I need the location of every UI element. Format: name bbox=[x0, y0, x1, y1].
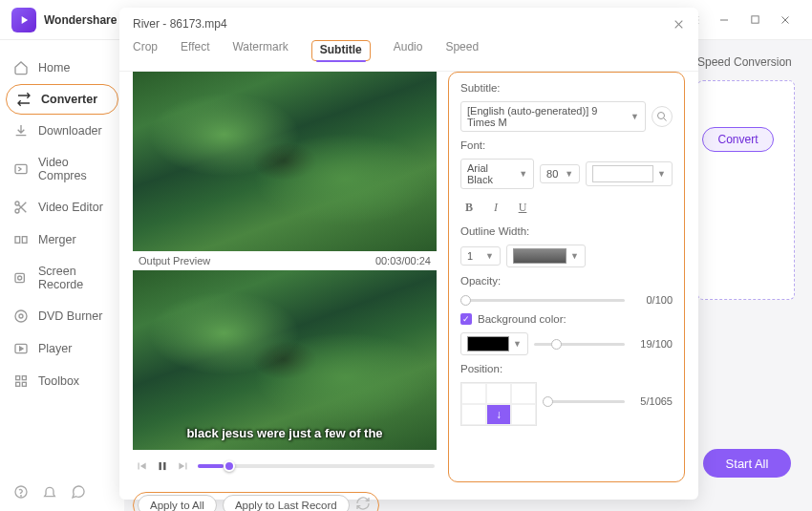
outline-color-select[interactable]: ▼ bbox=[506, 245, 586, 267]
svg-rect-14 bbox=[15, 273, 24, 282]
app-logo bbox=[11, 8, 36, 32]
svg-point-8 bbox=[15, 202, 19, 205]
sidebar-item-compressor[interactable]: Video Compres bbox=[0, 147, 124, 191]
speed-conversion-label: Speed Conversion bbox=[697, 55, 792, 69]
prev-button[interactable] bbox=[135, 459, 148, 473]
pause-button[interactable] bbox=[156, 459, 169, 473]
opacity-slider[interactable] bbox=[460, 299, 625, 302]
search-subtitle-button[interactable] bbox=[652, 106, 673, 127]
svg-rect-27 bbox=[160, 462, 161, 470]
tab-effect[interactable]: Effect bbox=[181, 40, 209, 61]
underline-button[interactable]: U bbox=[514, 199, 531, 216]
sidebar-item-label: Downloader bbox=[38, 124, 102, 138]
sidebar-item-editor[interactable]: Video Editor bbox=[0, 191, 124, 224]
svg-line-30 bbox=[664, 118, 667, 121]
preview-column: Output Preview 00:03/00:24 black jesus w… bbox=[133, 72, 437, 482]
sidebar-item-label: DVD Burner bbox=[38, 309, 102, 323]
svg-point-15 bbox=[18, 276, 22, 280]
apply-to-all-button[interactable]: Apply to All bbox=[138, 495, 217, 511]
sidebar-item-downloader[interactable]: Downloader bbox=[0, 115, 124, 147]
sidebar-item-label: Player bbox=[38, 342, 72, 355]
timecode: 00:03/00:24 bbox=[375, 255, 431, 266]
maximize-button[interactable] bbox=[739, 5, 770, 35]
sidebar-item-recorder[interactable]: Screen Recorde bbox=[0, 256, 124, 300]
sidebar-item-merger[interactable]: Merger bbox=[0, 224, 124, 256]
svg-point-16 bbox=[15, 310, 27, 322]
tab-subtitle[interactable]: Subtitle bbox=[311, 40, 371, 61]
chat-icon[interactable] bbox=[71, 484, 86, 500]
home-icon bbox=[13, 60, 29, 75]
svg-rect-19 bbox=[16, 376, 20, 380]
dialog-close-button[interactable] bbox=[673, 18, 685, 31]
bgcolor-select[interactable]: ▼ bbox=[460, 332, 528, 355]
svg-rect-21 bbox=[16, 382, 20, 386]
seek-bar[interactable] bbox=[198, 464, 435, 468]
output-preview: black jesus were just a few of the bbox=[133, 270, 437, 450]
preview-label: Output Preview bbox=[139, 255, 210, 266]
sidebar-item-label: Video Compres bbox=[38, 156, 111, 182]
font-label: Font: bbox=[460, 139, 673, 151]
italic-button[interactable]: I bbox=[487, 199, 504, 216]
bgcolor-label: Background color: bbox=[478, 313, 566, 325]
dialog-title: River - 86173.mp4 bbox=[133, 17, 227, 31]
outline-label: Outline Width: bbox=[460, 225, 673, 237]
player-controls bbox=[133, 450, 437, 482]
position-slider[interactable] bbox=[543, 400, 625, 403]
position-label: Position: bbox=[460, 363, 673, 374]
position-bottom-center[interactable]: ↓ bbox=[486, 404, 511, 425]
opacity-label: Opacity: bbox=[460, 275, 673, 287]
tab-audio[interactable]: Audio bbox=[394, 40, 423, 61]
drop-zone[interactable] bbox=[697, 80, 795, 300]
position-grid[interactable]: ↓ bbox=[460, 382, 537, 426]
sidebar-item-home[interactable]: Home bbox=[0, 52, 124, 84]
bgcolor-opacity-slider[interactable] bbox=[534, 343, 625, 346]
sidebar-item-label: Home bbox=[38, 61, 70, 75]
sidebar-item-converter[interactable]: Converter bbox=[6, 84, 118, 115]
font-family-select[interactable]: Arial Black▼ bbox=[460, 159, 534, 189]
svg-point-24 bbox=[21, 496, 22, 497]
tab-speed[interactable]: Speed bbox=[445, 40, 479, 61]
tab-crop[interactable]: Crop bbox=[133, 40, 158, 61]
font-color-select[interactable]: ▼ bbox=[586, 161, 673, 186]
opacity-value: 0/100 bbox=[630, 294, 673, 306]
original-preview bbox=[133, 72, 437, 251]
subtitle-settings-panel: Subtitle: [English (auto-generated)] 9 T… bbox=[448, 72, 685, 482]
editor-tabs: Crop Effect Watermark Subtitle Audio Spe… bbox=[119, 34, 698, 72]
bell-icon[interactable] bbox=[42, 484, 57, 500]
start-all-button[interactable]: Start All bbox=[703, 449, 791, 478]
brand-name: Wondershare bbox=[44, 13, 117, 27]
svg-point-29 bbox=[658, 113, 665, 119]
tab-watermark[interactable]: Watermark bbox=[232, 40, 288, 61]
download-icon bbox=[13, 123, 29, 138]
svg-point-17 bbox=[19, 314, 23, 318]
scissors-icon bbox=[13, 200, 29, 215]
sidebar-item-label: Merger bbox=[38, 233, 76, 246]
close-button[interactable] bbox=[770, 5, 801, 35]
svg-rect-13 bbox=[22, 237, 27, 244]
reset-icon[interactable] bbox=[355, 496, 374, 511]
bottom-bar bbox=[0, 473, 124, 511]
sidebar-item-dvd[interactable]: DVD Burner bbox=[0, 300, 124, 332]
apply-actions-group: Apply to All Apply to Last Record bbox=[133, 492, 379, 511]
outline-width-select[interactable]: 1▼ bbox=[460, 246, 501, 266]
bgcolor-checkbox[interactable]: ✓ bbox=[460, 313, 472, 325]
next-button[interactable] bbox=[177, 459, 190, 473]
play-icon bbox=[13, 341, 29, 356]
apply-to-last-button[interactable]: Apply to Last Record bbox=[223, 495, 350, 511]
svg-rect-12 bbox=[15, 237, 20, 244]
help-icon[interactable] bbox=[13, 484, 29, 500]
bold-button[interactable]: B bbox=[460, 199, 478, 216]
logo-icon bbox=[17, 13, 31, 27]
position-value: 5/1065 bbox=[630, 395, 673, 407]
font-size-select[interactable]: 80▼ bbox=[540, 164, 580, 183]
grid-icon bbox=[13, 373, 29, 389]
sidebar-item-label: Screen Recorde bbox=[38, 265, 111, 291]
sidebar-item-player[interactable]: Player bbox=[0, 332, 124, 365]
converter-icon bbox=[16, 92, 32, 107]
sidebar-item-toolbox[interactable]: Toolbox bbox=[0, 365, 124, 397]
minimize-button[interactable] bbox=[709, 5, 739, 35]
convert-button[interactable]: Convert bbox=[702, 127, 774, 152]
subtitle-track-select[interactable]: [English (auto-generated)] 9 Times M▼ bbox=[460, 101, 646, 132]
svg-rect-22 bbox=[22, 382, 26, 386]
compress-icon bbox=[13, 161, 29, 177]
